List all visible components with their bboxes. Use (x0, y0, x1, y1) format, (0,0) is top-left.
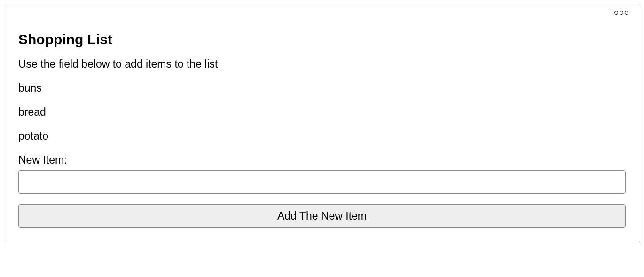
list-item: potato (18, 130, 626, 142)
shopping-list-card: Shopping List Use the field below to add… (4, 4, 640, 242)
new-item-input[interactable] (18, 170, 626, 194)
card-title: Shopping List (18, 32, 626, 47)
card-subtitle: Use the field below to add items to the … (18, 58, 626, 71)
add-item-button[interactable]: Add The New Item (18, 204, 626, 228)
more-options-icon[interactable] (614, 11, 628, 15)
list-item: bread (18, 106, 626, 119)
list-item: buns (18, 82, 626, 95)
items-list: buns bread potato (18, 82, 626, 142)
new-item-label: New Item: (18, 154, 626, 166)
